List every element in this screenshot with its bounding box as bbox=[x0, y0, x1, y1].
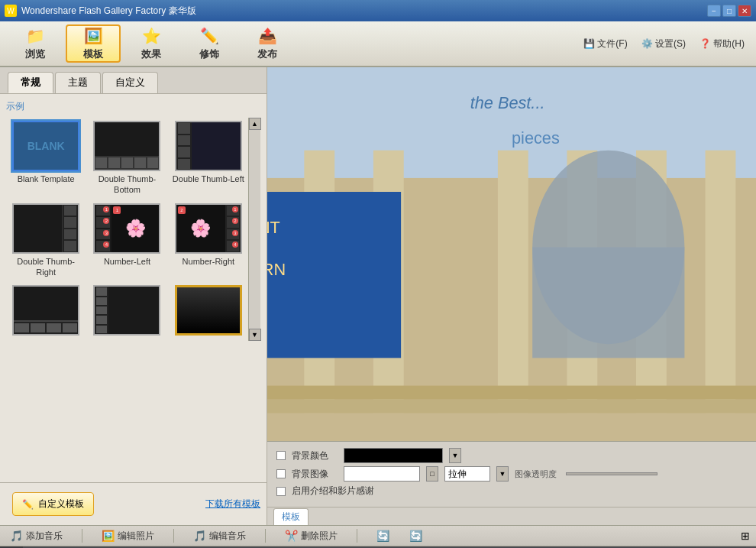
flower-emoji: 🌸 bbox=[125, 219, 146, 238]
template-thumb-r3c2[interactable] bbox=[93, 285, 160, 336]
edit-music-btn[interactable]: 🎵 编辑音乐 bbox=[189, 527, 250, 545]
template-thumb-dbl-left[interactable] bbox=[175, 121, 242, 171]
template-thumb-r3c1[interactable] bbox=[12, 285, 79, 336]
title-bar-left: W Wondershare Flash Gallery Factory 豪华版 bbox=[5, 5, 196, 18]
help-menu[interactable]: ❓ 帮助(H) bbox=[696, 35, 748, 53]
num-badge-left: 1 bbox=[113, 206, 121, 214]
right-footer-tabs: 模板 bbox=[267, 507, 756, 525]
edit-photo-btn[interactable]: 🖼️ 编辑照片 bbox=[98, 527, 158, 545]
scrollbar[interactable]: ▲ ▼ bbox=[248, 118, 260, 341]
edit-music-label: 编辑音乐 bbox=[209, 530, 246, 543]
transparency-slider[interactable] bbox=[566, 472, 657, 475]
action5-icon: 🔄 bbox=[376, 530, 389, 542]
settings-menu-icon: ⚙️ bbox=[641, 38, 653, 49]
maximize-button[interactable]: □ bbox=[722, 5, 736, 17]
bg-color-dropdown[interactable]: ▼ bbox=[449, 448, 461, 463]
template-item-dbl-left[interactable]: Double Thumb-Left bbox=[172, 121, 245, 196]
toolbar-browse-btn[interactable]: 📁 浏览 bbox=[8, 24, 63, 63]
svg-text:pieces: pieces bbox=[512, 128, 560, 148]
svg-text:the Best...: the Best... bbox=[470, 93, 545, 112]
template-icon: 🖼️ bbox=[82, 27, 104, 45]
template-item-num-right[interactable]: 🌸 2 1 2 3 4 Number bbox=[172, 203, 245, 278]
template-thumb-num-left[interactable]: 1 2 3 4 bbox=[93, 203, 160, 254]
minimize-button[interactable]: − bbox=[707, 5, 721, 17]
tab-custom[interactable]: 自定义 bbox=[102, 72, 158, 93]
template-item-blank[interactable]: BLANK Blank Template bbox=[9, 121, 82, 196]
footer-tab-template[interactable]: 模板 bbox=[273, 508, 309, 525]
publish-icon: 📤 bbox=[257, 27, 278, 45]
edit-photo-label: 编辑照片 bbox=[118, 530, 154, 543]
template-label-num-left: Number-Left bbox=[104, 256, 150, 267]
toolbar-publish-btn[interactable]: 📤 发布 bbox=[240, 24, 295, 63]
left-footer: ✏️ 自定义模板 下载所有模板 bbox=[0, 482, 267, 525]
toolbar-expand-icon[interactable]: ⊞ bbox=[741, 530, 750, 542]
file-menu[interactable]: 💾 文件(F) bbox=[580, 35, 632, 53]
template-label: 模板 bbox=[83, 47, 103, 61]
scroll-down-btn[interactable]: ▼ bbox=[249, 329, 261, 341]
action6-btn[interactable]: 🔄 bbox=[405, 527, 426, 544]
file-menu-icon: 💾 bbox=[583, 38, 595, 49]
bottom-toolbar: 🎵 添加音乐 🖼️ 编辑照片 🎵 编辑音乐 ✂️ 删除照片 🔄 🔄 ⊞ bbox=[0, 525, 756, 546]
svg-text:EASTERN: EASTERN bbox=[267, 260, 286, 279]
svg-rect-17 bbox=[267, 386, 756, 400]
template-thumb-blank[interactable]: BLANK bbox=[12, 121, 79, 171]
toolbar-decorate-btn[interactable]: ✏️ 修饰 bbox=[182, 24, 237, 63]
bg-image-checkbox[interactable] bbox=[276, 469, 286, 478]
window-controls[interactable]: − □ ✕ bbox=[707, 5, 751, 17]
download-link[interactable]: 下载所有模板 bbox=[198, 498, 260, 511]
custom-template-button[interactable]: ✏️ 自定义模板 bbox=[12, 492, 94, 516]
title-bar-title: Wondershare Flash Gallery Factory 豪华版 bbox=[21, 5, 196, 18]
transparency-label: 图像透明度 bbox=[515, 469, 557, 480]
template-item-r3c1[interactable] bbox=[9, 285, 82, 338]
scroll-up-btn[interactable]: ▲ bbox=[249, 118, 261, 130]
svg-rect-19 bbox=[267, 413, 756, 441]
template-item-num-left[interactable]: 1 2 3 4 bbox=[90, 203, 163, 278]
action5-btn[interactable]: 🔄 bbox=[373, 527, 393, 544]
bg-color-checkbox[interactable] bbox=[276, 451, 286, 460]
separator-1 bbox=[82, 529, 82, 543]
template-thumb-r3c3[interactable] bbox=[175, 285, 242, 336]
template-item-dbl-bottom[interactable]: Double Thumb-Bottom bbox=[90, 121, 163, 196]
toolbar-right-icon: ⊞ bbox=[741, 530, 750, 542]
tab-normal[interactable]: 常规 bbox=[8, 72, 53, 93]
add-music-btn[interactable]: 🎵 添加音乐 bbox=[6, 527, 66, 545]
template-thumb-dbl-right[interactable] bbox=[12, 203, 79, 254]
svg-rect-10 bbox=[267, 192, 401, 358]
toolbar-template-btn[interactable]: 🖼️ 模板 bbox=[66, 24, 121, 63]
decorate-label: 修饰 bbox=[199, 47, 219, 61]
tab-theme[interactable]: 主题 bbox=[55, 72, 101, 93]
bg-color-picker[interactable] bbox=[344, 448, 443, 463]
svg-rect-18 bbox=[267, 400, 756, 413]
template-thumb-num-right[interactable]: 🌸 2 1 2 3 4 bbox=[175, 203, 242, 254]
stretch-label: 拉伸 bbox=[448, 468, 467, 481]
effect-icon: ⭐ bbox=[141, 27, 162, 45]
delete-photo-btn[interactable]: ✂️ 删除照片 bbox=[281, 527, 341, 545]
delete-photo-label: 删除照片 bbox=[301, 530, 338, 543]
grid-wrapper: BLANK Blank Template bbox=[6, 118, 260, 341]
title-bar: W Wondershare Flash Gallery Factory 豪华版 … bbox=[0, 0, 756, 21]
preview-image: ANCIENT NEAR EASTERN ART... the Best... … bbox=[267, 67, 756, 441]
settings-menu[interactable]: ⚙️ 设置(S) bbox=[638, 35, 690, 53]
main-area: 常规 主题 自定义 示例 BLANK Blank Template bbox=[0, 67, 756, 525]
template-item-dbl-right[interactable]: Double Thumb-Right bbox=[9, 203, 82, 278]
preview-area: ANCIENT NEAR EASTERN ART... the Best... … bbox=[267, 67, 756, 441]
intro-checkbox[interactable] bbox=[276, 487, 286, 496]
section-label: 示例 bbox=[6, 100, 260, 113]
template-thumb-dbl-bottom[interactable] bbox=[93, 121, 160, 171]
stretch-select[interactable]: 拉伸 bbox=[444, 466, 490, 482]
template-item-r3c3[interactable] bbox=[172, 285, 245, 338]
close-button[interactable]: ✕ bbox=[738, 5, 751, 17]
help-menu-icon: ❓ bbox=[699, 38, 711, 49]
intro-label: 启用介绍和影片感谢 bbox=[292, 485, 444, 498]
template-grid: BLANK Blank Template bbox=[6, 118, 248, 341]
delete-photo-icon: ✂️ bbox=[285, 530, 298, 542]
add-music-icon: 🎵 bbox=[10, 530, 23, 542]
custom-template-label: 自定义模板 bbox=[38, 498, 84, 511]
toolbar-effect-btn[interactable]: ⭐ 效果 bbox=[124, 24, 179, 63]
bg-image-input[interactable] bbox=[344, 466, 420, 482]
app-icon: W bbox=[5, 5, 17, 17]
bg-image-browse[interactable]: □ bbox=[426, 466, 438, 482]
stretch-dropdown[interactable]: ▼ bbox=[496, 466, 509, 482]
help-menu-label: 帮助(H) bbox=[713, 38, 745, 49]
template-item-r3c2[interactable] bbox=[90, 285, 163, 338]
